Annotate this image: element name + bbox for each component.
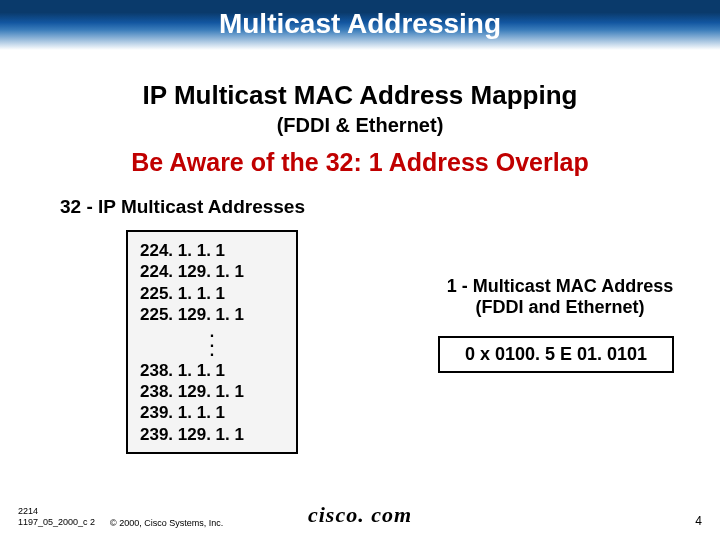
mac-address-box: 0 x 0100. 5 E 01. 0101 [438,336,674,373]
footer: 2214 1197_05_2000_c 2 © 2000, Cisco Syst… [0,506,720,534]
subtitle-paren: (FDDI & Ethernet) [0,114,720,137]
ip-list-top: 224. 1. 1. 1 224. 129. 1. 1 225. 1. 1. 1… [140,240,284,325]
ip-list-bottom: 238. 1. 1. 1 238. 129. 1. 1 239. 1. 1. 1… [140,360,284,445]
ellipsis-dots: . . . [140,327,284,356]
slide-title: Multicast Addressing [0,8,720,40]
subtitle-main: IP Multicast MAC Address Mapping [0,80,720,111]
ip-address-box: 224. 1. 1. 1 224. 129. 1. 1 225. 1. 1. 1… [126,230,298,454]
ip-section-label: 32 - IP Multicast Addresses [60,196,305,218]
footer-brand: cisco. com [0,502,720,528]
page-number: 4 [695,514,702,528]
mac-section-label: 1 - Multicast MAC Address (FDDI and Ethe… [430,276,690,318]
warning-text: Be Aware of the 32: 1 Address Overlap [0,148,720,177]
